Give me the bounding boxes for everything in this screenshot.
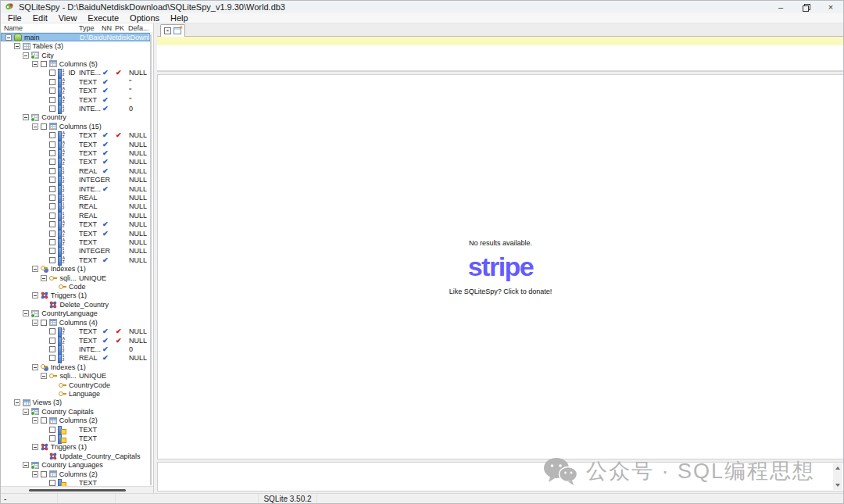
menu-item-help[interactable]: Help <box>165 13 194 23</box>
row-checkbox[interactable] <box>49 221 55 227</box>
expand-collapse-toggle[interactable] <box>14 399 20 406</box>
expand-collapse-toggle[interactable] <box>23 114 29 120</box>
tree-row[interactable]: Country Languages <box>1 461 150 470</box>
minimize-button[interactable]: – <box>768 1 793 13</box>
tree-row[interactable]: TEXT✔✔NULL <box>1 336 150 345</box>
row-checkbox[interactable] <box>49 88 55 94</box>
row-checkbox[interactable] <box>49 186 55 192</box>
tree-row[interactable]: Indexes (1) <box>1 363 150 371</box>
expand-collapse-toggle[interactable] <box>32 320 38 326</box>
new-tab-icon[interactable]: ★ <box>173 27 181 34</box>
tree-row[interactable]: City <box>1 51 150 59</box>
expand-collapse-toggle[interactable] <box>32 444 38 450</box>
row-checkbox[interactable] <box>49 480 55 486</box>
menu-item-edit[interactable]: Edit <box>27 13 53 23</box>
donate-text[interactable]: Like SQLiteSpy? Click to donate! <box>449 288 553 295</box>
row-checkbox[interactable] <box>49 79 55 85</box>
tree-row[interactable]: Columns (15) <box>1 122 150 130</box>
row-checkbox[interactable] <box>49 177 55 183</box>
tree-vertical-scrollbar[interactable] <box>150 34 152 485</box>
tree-row[interactable]: IDINTE...✔✔NULL <box>1 69 150 77</box>
tree-row[interactable]: Columns (2) <box>1 470 150 478</box>
tree-row[interactable]: REAL✔NULL <box>1 354 150 363</box>
tree-row[interactable]: Columns (4) <box>1 318 150 327</box>
row-checkbox[interactable] <box>49 203 55 209</box>
tree-row[interactable]: TEXT✔✔NULL <box>1 327 150 335</box>
tree-row[interactable]: INTEGERNULL <box>1 247 150 256</box>
sql-editor[interactable] <box>157 37 843 72</box>
scroll-up-icon[interactable] <box>835 466 840 470</box>
row-checkbox[interactable] <box>41 471 47 477</box>
row-checkbox[interactable] <box>49 150 55 156</box>
row-checkbox[interactable] <box>49 427 55 433</box>
maximize-restore-button[interactable] <box>793 1 818 13</box>
row-checkbox[interactable] <box>49 195 55 201</box>
tree-row[interactable]: REALNULL <box>1 211 150 220</box>
row-checkbox[interactable] <box>49 168 55 174</box>
expand-collapse-toggle[interactable] <box>41 373 47 379</box>
expand-collapse-toggle[interactable] <box>32 123 38 130</box>
tree-row[interactable]: TEXT✔✔NULL <box>1 130 150 139</box>
editor-current-line[interactable] <box>157 37 843 45</box>
tree-row[interactable]: sqli...UNIQUE <box>1 273 150 282</box>
menu-item-options[interactable]: Options <box>124 13 165 23</box>
row-checkbox[interactable] <box>49 435 55 441</box>
row-checkbox[interactable] <box>49 132 55 138</box>
tree-row[interactable]: Country <box>1 113 150 122</box>
row-checkbox[interactable] <box>49 141 55 148</box>
tree-row[interactable]: Delete_Country <box>1 300 150 309</box>
scrollbar-thumb[interactable] <box>29 489 126 491</box>
row-checkbox[interactable] <box>49 105 55 112</box>
donate-block[interactable]: No results available. stripe Like SQLite… <box>449 239 553 295</box>
tree-row[interactable]: INTE...✔NULL <box>1 184 150 193</box>
tree-row[interactable]: TEXT✔NULL <box>1 220 150 229</box>
row-checkbox[interactable] <box>49 346 55 352</box>
tree-row[interactable]: TEXT✔NULL <box>1 229 150 238</box>
row-checkbox[interactable] <box>49 159 55 165</box>
tree-row[interactable]: TEXT <box>1 478 150 486</box>
row-checkbox[interactable] <box>41 123 47 130</box>
tree-row[interactable]: Triggers (1) <box>1 443 150 452</box>
row-checkbox[interactable] <box>49 257 55 263</box>
menu-item-execute[interactable]: Execute <box>82 13 124 23</box>
expand-collapse-toggle[interactable] <box>32 417 38 424</box>
expand-collapse-toggle[interactable] <box>23 52 29 59</box>
header-name[interactable]: Name <box>4 24 23 32</box>
row-checkbox[interactable] <box>41 61 47 67</box>
tree-row[interactable]: sqli...UNIQUE <box>1 371 150 380</box>
row-checkbox[interactable] <box>49 213 55 219</box>
tree-row[interactable]: Country Capitals <box>1 407 150 416</box>
row-checkbox[interactable] <box>49 248 55 254</box>
expand-collapse-toggle[interactable] <box>32 364 38 370</box>
tree-column-headers[interactable]: Name Type NN PK Defa... <box>1 23 153 33</box>
tree-row[interactable]: Code <box>1 282 150 291</box>
sql-editor-tab[interactable]: × ★ <box>160 24 185 37</box>
tree-row[interactable]: Triggers (1) <box>1 291 150 300</box>
row-checkbox[interactable] <box>49 239 55 245</box>
close-button[interactable]: × <box>818 1 843 13</box>
menu-item-view[interactable]: View <box>53 13 83 23</box>
message-scrollbar[interactable] <box>833 463 842 490</box>
tree-row[interactable]: TEXT✔NULL <box>1 256 150 264</box>
tree-row[interactable]: REAL✔NULL <box>1 166 150 175</box>
tree-row[interactable]: INTE...✔0 <box>1 345 150 353</box>
expand-collapse-toggle[interactable] <box>23 409 29 415</box>
header-nn[interactable]: NN <box>102 24 112 32</box>
tree-row[interactable]: TEXTNULL <box>1 238 150 246</box>
row-checkbox[interactable] <box>49 355 55 361</box>
header-default[interactable]: Defa... <box>128 24 149 32</box>
header-type[interactable]: Type <box>79 24 95 32</box>
row-checkbox[interactable] <box>49 338 55 344</box>
tree-row[interactable]: REALNULL <box>1 193 150 202</box>
tree-row[interactable]: INTEGERNULL <box>1 176 150 184</box>
tree-row[interactable]: TEXT✔NULL <box>1 140 150 148</box>
menu-item-file[interactable]: File <box>2 13 27 23</box>
tree-row[interactable]: TEXT <box>1 434 150 442</box>
expand-collapse-toggle[interactable] <box>23 462 29 468</box>
expand-collapse-toggle[interactable] <box>32 292 38 298</box>
tree-row[interactable]: TEXT <box>1 425 150 434</box>
expand-collapse-toggle[interactable] <box>23 310 29 316</box>
tree-row[interactable]: Views (3) <box>1 399 150 407</box>
tree-row[interactable]: TEXT✔'' <box>1 95 150 104</box>
tree-row[interactable]: Language <box>1 389 150 398</box>
